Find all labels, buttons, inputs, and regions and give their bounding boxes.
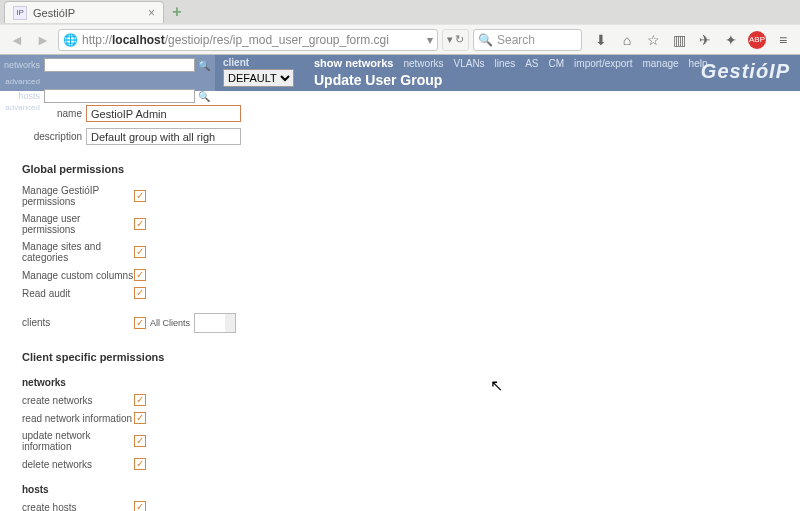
tab-title: GestióIP [33, 7, 142, 19]
browser-search[interactable]: 🔍 Search [473, 29, 582, 51]
description-input[interactable] [86, 128, 241, 145]
send-icon[interactable]: ✈ [694, 29, 716, 51]
globe-icon: 🌐 [63, 33, 78, 47]
perm-checkbox[interactable] [134, 412, 146, 424]
description-label: description [22, 131, 82, 142]
browser-chrome: IP GestióIP × + ◄ ► 🌐 http://localhost/g… [0, 0, 800, 55]
perm-label: Read audit [22, 288, 134, 299]
all-clients-checkbox[interactable] [134, 317, 146, 329]
perm-checkbox[interactable] [134, 501, 146, 511]
group-networks-title: networks [22, 377, 778, 388]
networks-search-icon[interactable]: 🔍 [198, 60, 210, 71]
nav-importexport[interactable]: import/export [574, 58, 632, 69]
global-permissions-title: Global permissions [22, 163, 778, 175]
perm-checkbox[interactable] [134, 435, 146, 447]
client-label: client [223, 57, 249, 68]
top-nav: show networks networks VLANs lines AS CM… [314, 57, 792, 69]
nav-networks[interactable]: networks [403, 58, 443, 69]
chevron-down-icon: ▾ [447, 33, 453, 46]
reload-button[interactable]: ▾ ↻ [442, 29, 469, 51]
abp-icon[interactable]: ABP [746, 29, 768, 51]
tab-favicon-icon: IP [13, 6, 27, 20]
addon-icon[interactable]: ✦ [720, 29, 742, 51]
perm-checkbox[interactable] [134, 218, 146, 230]
menu-icon[interactable]: ≡ [772, 29, 794, 51]
group-hosts-title: hosts [22, 484, 778, 495]
tab-bar: IP GestióIP × + [0, 0, 800, 24]
perm-label: delete networks [22, 459, 134, 470]
networks-advanced-link[interactable]: advanced [4, 77, 42, 86]
back-button[interactable]: ◄ [6, 29, 28, 51]
perm-label: Manage sites and categories [22, 241, 134, 263]
search-icon: 🔍 [478, 33, 493, 47]
app-header: networks 🔍 advanced hosts 🔍 advanced cli… [0, 55, 800, 91]
perm-checkbox[interactable] [134, 190, 146, 202]
all-clients-label: All Clients [150, 318, 190, 328]
url-bar[interactable]: 🌐 http://localhost/gestioip/res/ip_mod_u… [58, 29, 438, 51]
client-selector: client DEFAULT [223, 57, 294, 87]
nav-manage[interactable]: manage [642, 58, 678, 69]
quick-search-panel: networks 🔍 advanced hosts 🔍 advanced [0, 55, 215, 91]
name-label: name [22, 108, 82, 119]
perm-label: Manage user permissions [22, 213, 134, 235]
perm-label: create hosts [22, 502, 134, 512]
nav-vlans[interactable]: VLANs [453, 58, 484, 69]
perm-label: Manage GestióIP permissions [22, 185, 134, 207]
perm-label: read network information [22, 413, 134, 424]
hosts-search-input[interactable] [44, 89, 195, 103]
tab-close-icon[interactable]: × [148, 6, 155, 20]
hosts-search-icon[interactable]: 🔍 [198, 91, 210, 102]
new-tab-button[interactable]: + [166, 3, 188, 21]
browser-tab[interactable]: IP GestióIP × [4, 1, 164, 23]
bookmark-icon[interactable]: ☆ [642, 29, 664, 51]
perm-checkbox[interactable] [134, 246, 146, 258]
home-icon[interactable]: ⌂ [616, 29, 638, 51]
perm-label: update network information [22, 430, 134, 452]
client-specific-title: Client specific permissions [22, 351, 778, 363]
hosts-search-label: hosts [4, 91, 42, 101]
perm-checkbox[interactable] [134, 269, 146, 281]
perm-label: Manage custom columns [22, 270, 134, 281]
search-placeholder: Search [497, 33, 535, 47]
nav-cm[interactable]: CM [549, 58, 565, 69]
perm-label: create networks [22, 395, 134, 406]
url-dropdown-icon[interactable]: ▾ [427, 33, 433, 47]
form-area: name description Global permissions Mana… [0, 91, 800, 511]
page-title: Update User Group [314, 72, 792, 88]
name-input[interactable] [86, 105, 241, 122]
page: networks 🔍 advanced hosts 🔍 advanced cli… [0, 55, 800, 511]
clients-multiselect[interactable] [194, 313, 236, 333]
browser-toolbar: ◄ ► 🌐 http://localhost/gestioip/res/ip_m… [0, 24, 800, 54]
nav-lines[interactable]: lines [495, 58, 516, 69]
show-networks-link[interactable]: show networks [314, 57, 393, 69]
networks-search-label: networks [4, 60, 42, 70]
group-hosts-list: create hosts read host information updat… [22, 501, 778, 511]
global-permissions-list: Manage GestióIP permissions Manage user … [22, 185, 778, 333]
networks-search-input[interactable] [44, 58, 195, 72]
url-text: http://localhost/gestioip/res/ip_mod_use… [82, 33, 423, 47]
reload-icon: ↻ [455, 33, 464, 46]
perm-checkbox[interactable] [134, 394, 146, 406]
forward-button[interactable]: ► [32, 29, 54, 51]
downloads-icon[interactable]: ⬇ [590, 29, 612, 51]
client-select[interactable]: DEFAULT [223, 69, 294, 87]
nav-help[interactable]: help [689, 58, 708, 69]
toolbar-right-icons: ⬇ ⌂ ☆ ▥ ✈ ✦ ABP ≡ [590, 29, 794, 51]
perm-checkbox[interactable] [134, 287, 146, 299]
clients-label: clients [22, 317, 134, 328]
nav-as[interactable]: AS [525, 58, 538, 69]
group-networks-list: create networks read network information… [22, 394, 778, 470]
library-icon[interactable]: ▥ [668, 29, 690, 51]
perm-checkbox[interactable] [134, 458, 146, 470]
